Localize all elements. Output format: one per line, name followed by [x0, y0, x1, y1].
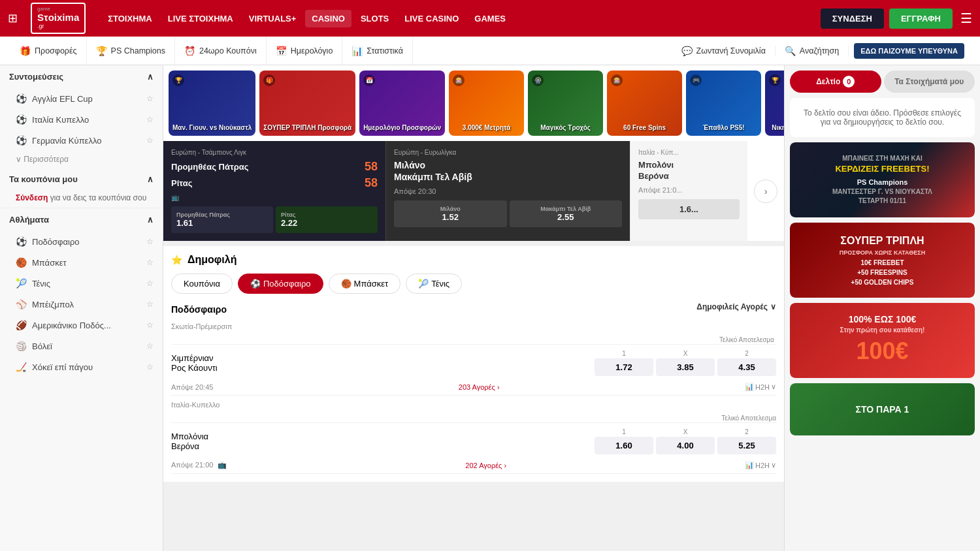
nav-24h-coupon[interactable]: ⏰ 24ωρο Κουπόνι — [175, 37, 267, 65]
betslip-empty-text: Το δελτίο σου είναι άδειο. Πρόσθεσε επιλ… — [804, 108, 961, 127]
promo-card-4[interactable]: 🎡 Μαγικός Τροχός — [528, 71, 603, 136]
trophy-icon: 🏆 — [96, 46, 107, 56]
hockey-icon: 🏒 — [16, 362, 27, 372]
nav-ps-champions[interactable]: 🏆 PS Champions — [87, 37, 175, 65]
sports-header[interactable]: Αθλήματα ∧ — [0, 208, 163, 231]
24h-coupon-label: 24ωρο Κουπόνι — [199, 46, 257, 55]
login-link[interactable]: Σύνδεση — [16, 193, 48, 202]
col1-val-0[interactable]: 1.72 — [595, 358, 653, 376]
coupons-text-rest: για να δεις τα κουπόνια σου — [50, 193, 147, 202]
sidebar-item-football[interactable]: ⚽ Ποδόσφαιρο ☆ — [0, 231, 163, 252]
promo-card-2[interactable]: 📅 Ημερολόγιο Προσφορών — [359, 71, 445, 136]
coupons-header[interactable]: Τα κουπόνια μου ∧ — [0, 168, 163, 191]
nav-games[interactable]: GAMES — [468, 10, 512, 27]
match1-odd1-btn[interactable]: Προμηθέας Πάτρας 1.61 — [171, 206, 273, 233]
tab-football[interactable]: ⚽ Ποδόσφαιρο — [238, 274, 323, 294]
nav-statistics[interactable]: 📊 Στατιστικά — [342, 37, 413, 65]
tab-tennis[interactable]: 🎾 Τένις — [406, 274, 462, 294]
second-bar: 🎁 Προσφορές 🏆 PS Champions ⏰ 24ωρο Κουπό… — [0, 37, 980, 65]
grid-icon[interactable]: ⊞ — [8, 11, 18, 25]
shortcuts-more[interactable]: ∨ Περισσότερα — [0, 151, 163, 168]
promo-card-3[interactable]: 🎰 3.000€ Μετρητά — [449, 71, 524, 136]
nav-calendar[interactable]: 📅 Ημερολόγιο — [267, 37, 343, 65]
bet-markets-0[interactable]: 203 Αγορές › — [459, 383, 500, 391]
calendar-icon: 📅 — [276, 46, 287, 56]
live-matches-next-arrow[interactable]: › — [754, 180, 777, 203]
popular-markets-dropdown[interactable]: Δημοφιλείς Αγορές ∨ — [696, 302, 776, 311]
nav-promotions[interactable]: 🎁 Προσφορές — [10, 37, 87, 65]
content-area: 🏆 Μαν. Γιουν. vs Νιούκαστλ 🎁 ΣΟΥΠΕΡ ΤΡΙΠ… — [163, 65, 784, 551]
football-sport-icon: ⚽ — [16, 236, 27, 247]
match-group-1-header: Τελικό Αποτελεσμα — [171, 413, 776, 422]
promo-card-icon-2: 📅 — [363, 74, 375, 86]
match2-odd1-btn[interactable]: Μιλάνο 1.52 — [394, 200, 507, 227]
betslip-count: 0 — [843, 76, 855, 87]
col2-val-0[interactable]: 4.35 — [717, 358, 776, 376]
promo-banner-0[interactable]: ΜΠΑΙΝΕΙΣ ΣΤΗ ΜΑΧΗ ΚΑΙ ΚΕΡΔΙΖΕΙΣ FREEBETS… — [790, 142, 975, 217]
promo-card-5[interactable]: 🎰 60 Free Spins — [607, 71, 682, 136]
hamburger-icon[interactable]: ☰ — [960, 10, 972, 26]
col1-val-1[interactable]: 1.60 — [595, 437, 653, 454]
volleyball-icon: 🏐 — [16, 341, 27, 351]
colx-val-1[interactable]: 4.00 — [656, 437, 715, 454]
sidebar-item-england-cup[interactable]: ⚽ Αγγλία EFL Cup ☆ — [0, 88, 163, 109]
england-cup-label: Αγγλία EFL Cup — [32, 94, 93, 104]
promo-card-0[interactable]: 🏆 Μαν. Γιουν. vs Νιούκαστλ — [169, 71, 255, 136]
betslip-button[interactable]: Δελτίο 0 — [790, 71, 881, 93]
responsible-gaming-button[interactable]: ΕΔΩ ΠΑΙΖΟΥΜΕ ΥΠΕΥΘΥΝΑ — [854, 43, 964, 59]
login-button[interactable]: ΣΥΝΔΕΣΗ — [821, 8, 884, 29]
nav-links: ΣΤΟΙΧΗΜΑ LIVE ΣΤΟΙΧΗΜΑ VIRTUALS+ CASINO … — [101, 10, 512, 27]
nav-slots[interactable]: SLOTS — [354, 10, 395, 27]
volleyball-star-icon: ☆ — [146, 341, 154, 351]
sidebar-item-volleyball[interactable]: 🏐 Βόλεϊ ☆ — [0, 336, 163, 356]
match2-odd2-btn[interactable]: Μακάμπι Τελ Αβίβ 2.55 — [510, 200, 623, 227]
sidebar-item-tennis[interactable]: 🎾 Τένις ☆ — [0, 273, 163, 294]
tab-basketball[interactable]: 🏀 Μπάσκετ — [329, 274, 401, 294]
nav-casino[interactable]: CASINO — [305, 10, 351, 27]
promo-card-label-5: 60 Free Spins — [623, 124, 666, 132]
shortcuts-header[interactable]: Συντομεύσεις ∧ — [0, 65, 163, 88]
site-logo[interactable]: game Sτoixima .gr — [31, 3, 86, 33]
bet-odd-1-0: 1 1.72 — [595, 350, 653, 376]
sidebar-item-basketball[interactable]: 🏀 Μπάσκετ ☆ — [0, 252, 163, 273]
promo-card-6[interactable]: 🎮 Έπαθλο PS5! — [686, 71, 761, 136]
match2-league: Ευρώπη - Ευρωλίγκα — [394, 149, 622, 156]
promo-card-icon-4: 🎡 — [532, 74, 544, 86]
promo-banner-2[interactable]: 100% ΕΩΣ 100€ Στην πρώτη σου κατάθεση! 1… — [790, 303, 975, 378]
match3-league: Ιταλία - Κύπ... — [638, 149, 740, 156]
sidebar-item-germany-cup[interactable]: ⚽ Γερμανία Κύπελλο ☆ — [0, 130, 163, 151]
nav-live-chat[interactable]: 💬 Ζωντανή Συνομιλία — [672, 46, 776, 56]
match-group-1-col-headers: Τελικό Αποτελεσμα — [593, 413, 776, 422]
match1-odd2-btn[interactable]: Ρίτας 2.22 — [276, 206, 378, 233]
match1-odd2-label: Ρίτας — [281, 212, 372, 218]
sidebar-item-hockey[interactable]: 🏒 Χόκεϊ επί πάγου ☆ — [0, 356, 163, 377]
match2-team1: Μιλάνο — [394, 160, 622, 170]
tv-icon-1: 📺 — [218, 461, 227, 469]
nav-virtuals[interactable]: VIRTUALS+ — [242, 10, 303, 27]
tab-coupons[interactable]: Κουπόνια — [171, 274, 233, 294]
match3-team2: Βερόνα — [638, 171, 740, 181]
match3-odd1-btn[interactable]: 1.6... — [638, 199, 740, 219]
bet-h2h-1[interactable]: 📊 H2H ∨ — [745, 461, 776, 469]
promo-card-7[interactable]: 🏆 Νικητής Εβδομάδας — [765, 71, 784, 136]
bet-h2h-0[interactable]: 📊 H2H ∨ — [745, 383, 776, 391]
sidebar-item-american-football[interactable]: 🏈 Αμερικάνικο Ποδός... ☆ — [0, 315, 163, 336]
nav-live-casino[interactable]: LIVE CASINO — [398, 10, 465, 27]
promo-banner-3[interactable]: ΣΤΟ ΠΑΡΑ 1 — [790, 383, 975, 435]
promo-banner-1[interactable]: ΣΟΥΠΕΡ ΤΡΙΠΛΗ ΠΡΟΣΦΟΡΑ ΧΩΡΙΣ ΚΑΤΑΘΕΣΗ 10… — [790, 223, 975, 298]
sidebar-item-baseball[interactable]: ⚾ Μπέιζμπολ ☆ — [0, 294, 163, 315]
nav-search[interactable]: 🔍 Αναζήτηση — [776, 46, 849, 56]
bet-markets-1[interactable]: 202 Αγορές › — [465, 462, 506, 469]
sidebar-item-italy-cup[interactable]: ⚽ Ιταλία Κυπελλο ☆ — [0, 109, 163, 130]
promo-card-icon-3: 🎰 — [453, 74, 465, 86]
colx-val-0[interactable]: 3.85 — [656, 358, 715, 376]
live-matches-container: Ευρώπη - Τσάμπιονς Λιγκ Προμηθέας Πάτρας… — [163, 141, 784, 241]
my-bets-button[interactable]: Τα Στοιχήματά μου — [884, 71, 975, 93]
match1-team1: Προμηθέας Πάτρας — [171, 162, 249, 172]
col2-val-1[interactable]: 5.25 — [717, 437, 776, 454]
promo-card-1[interactable]: 🎁 ΣΟΥΠΕΡ ΤΡΙΠΛΗ Προσφορά — [259, 71, 355, 136]
register-button[interactable]: ΕΓΓΡΑΦΗ — [889, 8, 953, 29]
bet-odds-1: 1 1.60 X 4.00 2 5.25 — [595, 428, 776, 454]
nav-stoixima[interactable]: ΣΤΟΙΧΗΜΑ — [101, 10, 159, 27]
nav-live-stoixima[interactable]: LIVE ΣΤΟΙΧΗΜΑ — [161, 10, 240, 27]
